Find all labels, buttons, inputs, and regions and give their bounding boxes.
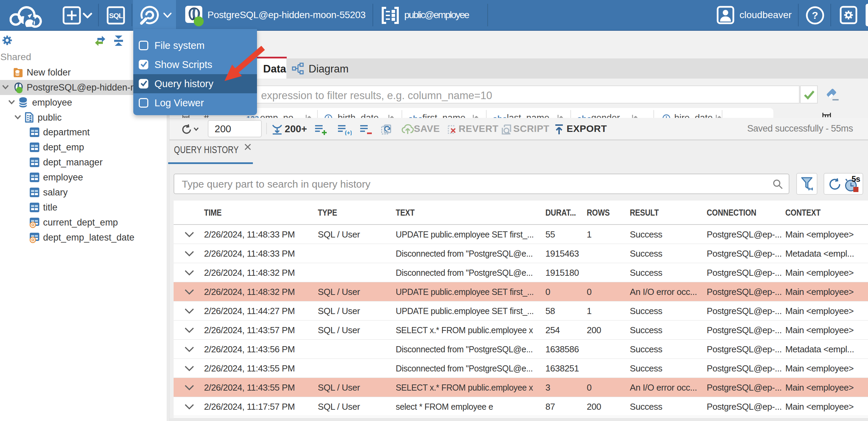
svg-text:SQL: SQL bbox=[109, 12, 123, 19]
svg-text:?: ? bbox=[812, 10, 818, 21]
svg-text:5s: 5s bbox=[852, 176, 860, 184]
svg-text:(+): (+) bbox=[345, 130, 352, 135]
